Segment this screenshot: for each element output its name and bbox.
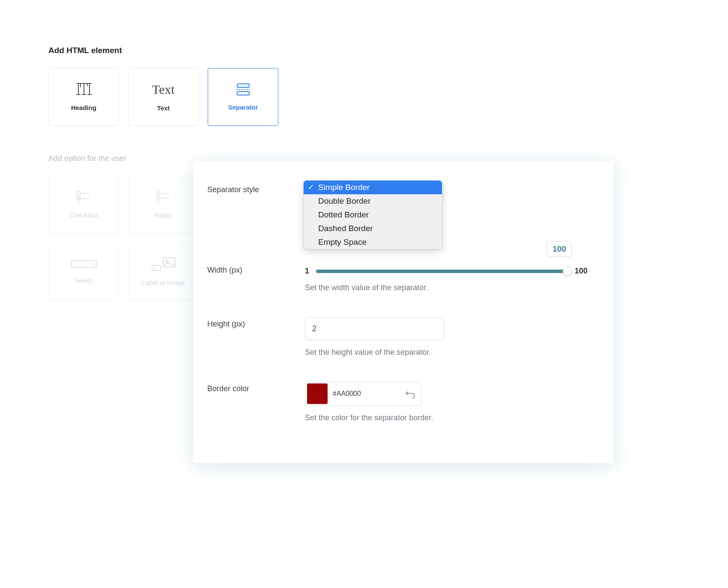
dropdown-option-empty-space[interactable]: Empty Space [304, 235, 442, 249]
card-label: Radio [155, 211, 172, 219]
svg-rect-7 [77, 202, 81, 203]
border-color-helper: Set the color for the separator border. [305, 413, 588, 422]
checkbox-icon [76, 191, 92, 204]
card-label: Select [75, 277, 93, 284]
height-input[interactable]: 2 [305, 317, 444, 340]
card-label: Heading [71, 104, 96, 111]
svg-text:XL: XL [154, 267, 158, 270]
field-label-height: Height (px) [207, 317, 305, 357]
undo-icon[interactable] [405, 389, 416, 398]
color-value-text: #AA0000 [333, 390, 400, 398]
card-separator[interactable]: Separator [208, 68, 278, 126]
width-value-badge: 100 [547, 241, 572, 257]
color-swatch[interactable] [307, 383, 328, 404]
card-heading[interactable]: Heading [48, 68, 119, 126]
svg-rect-2 [237, 92, 249, 95]
dropdown-option-dotted-border[interactable]: Dotted Border [304, 208, 442, 222]
dropdown-option-simple-border[interactable]: Simple Border [304, 181, 442, 194]
card-label: Checkbox [69, 211, 98, 219]
width-slider[interactable] [316, 270, 568, 273]
separator-settings-panel: Separator style Simple Border Double Bor… [194, 161, 613, 463]
card-label: Label or image [142, 279, 185, 286]
dropdown-option-double-border[interactable]: Double Border [304, 194, 442, 208]
svg-point-13 [158, 202, 159, 204]
section-title-html-elements: Add HTML element [48, 46, 278, 55]
card-label-or-image[interactable]: XL Label or image [128, 243, 199, 300]
card-checkbox[interactable]: Checkbox [48, 176, 119, 234]
field-label-width: Width (px) [207, 263, 305, 292]
field-label-separator-style: Separator style [207, 183, 305, 203]
width-helper: Set the width value of the separator. [305, 283, 588, 292]
svg-rect-0 [237, 84, 249, 87]
text-icon: Text [152, 82, 175, 97]
select-icon [71, 259, 97, 269]
card-radio[interactable]: Radio [128, 176, 199, 234]
dropdown-option-dashed-border[interactable]: Dashed Border [304, 222, 442, 235]
svg-point-16 [166, 260, 167, 262]
svg-rect-3 [77, 192, 81, 195]
field-label-border-color: Border color [207, 382, 305, 422]
card-label: Separator [228, 104, 258, 111]
svg-point-11 [158, 198, 159, 199]
separator-icon [235, 83, 252, 96]
border-color-input[interactable]: #AA0000 [305, 382, 421, 406]
slider-min: 1 [305, 267, 309, 276]
separator-style-dropdown: Simple Border Double Border Dotted Borde… [303, 180, 442, 249]
label-image-icon: XL [151, 257, 176, 271]
heading-icon [76, 83, 92, 96]
slider-max: 100 [575, 267, 588, 276]
svg-point-8 [157, 192, 160, 195]
slider-thumb[interactable] [563, 267, 572, 276]
height-input-value: 2 [312, 324, 316, 333]
card-text[interactable]: Text Text [128, 68, 199, 126]
radio-icon [156, 191, 171, 204]
card-label: Text [157, 104, 170, 112]
height-helper: Set the height value of the separator. [305, 348, 588, 357]
card-select[interactable]: Select [48, 243, 119, 300]
